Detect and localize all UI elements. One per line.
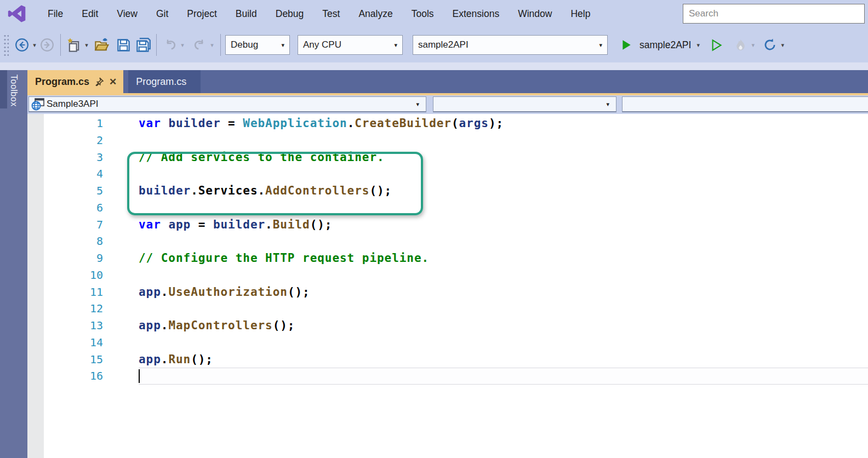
toolbar-separator: [220, 34, 221, 56]
code-text: app.UseAuthorization();: [139, 284, 868, 301]
navigate-forward-button[interactable]: [38, 35, 56, 55]
toolbox-tab-marker: [0, 70, 7, 108]
type-dropdown[interactable]: ▾: [433, 96, 616, 112]
line-number: 14: [44, 334, 103, 351]
code-line-7[interactable]: 7var app = builder.Build();: [0, 216, 868, 233]
code-line-11[interactable]: 11app.UseAuthorization();: [0, 284, 868, 301]
search-input[interactable]: [683, 4, 864, 23]
undo-dropdown-caret[interactable]: ▾: [179, 42, 186, 49]
menu-item-project[interactable]: Project: [178, 4, 226, 24]
redo-dropdown-caret[interactable]: ▾: [208, 42, 216, 49]
code-line-8[interactable]: 8: [0, 233, 868, 250]
menu-item-tools[interactable]: Tools: [402, 4, 443, 24]
web-project-globe-icon: [31, 98, 45, 111]
solution-configuration-value: Debug: [231, 39, 258, 50]
toolbar-separator: [156, 34, 157, 56]
code-text: var app = builder.Build();: [139, 216, 868, 233]
tab-title: Program.cs: [136, 76, 186, 88]
tab-program-cs-inactive[interactable]: Program.cs: [128, 70, 201, 93]
menu-item-file[interactable]: File: [38, 4, 72, 24]
menu-item-build[interactable]: Build: [226, 4, 266, 24]
code-line-2[interactable]: 2: [0, 132, 868, 149]
navigate-back-button[interactable]: [13, 35, 31, 55]
menu-item-git[interactable]: Git: [147, 4, 178, 24]
line-number: 15: [44, 351, 103, 368]
standard-toolbar: ▾ ▾: [0, 27, 868, 62]
startup-project-dropdown[interactable]: sample2API ▾: [413, 35, 608, 55]
menu-item-extensions[interactable]: Extensions: [443, 4, 509, 24]
save-button[interactable]: [115, 35, 132, 55]
menu-item-edit[interactable]: Edit: [72, 4, 107, 24]
code-annotation-box: [127, 152, 423, 215]
new-item-button[interactable]: [65, 35, 83, 55]
tab-title: Program.cs: [35, 76, 89, 88]
navigate-back-dropdown-caret[interactable]: ▾: [31, 42, 38, 49]
search-box[interactable]: [683, 4, 865, 24]
menu-item-analyze[interactable]: Analyze: [349, 4, 402, 24]
start-debugging-label[interactable]: sample2API: [639, 39, 691, 51]
project-dropdown[interactable]: Sample3API ▾: [28, 96, 426, 112]
line-number: 11: [44, 284, 103, 301]
restart-button[interactable]: [761, 35, 779, 55]
code-line-14[interactable]: 14: [0, 334, 868, 351]
toolbar-gap-strip: [0, 62, 868, 70]
new-item-dropdown-caret[interactable]: ▾: [83, 42, 90, 49]
start-without-debugging-button[interactable]: [707, 35, 725, 55]
navigate-back-icon: [15, 38, 29, 52]
line-number: 8: [44, 233, 103, 250]
navigate-forward-icon: [40, 38, 54, 52]
menu-item-window[interactable]: Window: [509, 4, 561, 24]
toolbox-tab[interactable]: Toolbox: [9, 75, 19, 107]
member-dropdown[interactable]: [622, 96, 868, 112]
editor-navigation-bar: Sample3API ▾ ▾: [27, 95, 868, 114]
document-tab-bar: Program.cs ✕ Program.cs: [27, 70, 868, 93]
line-number: 9: [44, 250, 103, 267]
menu-list: FileEditViewGitProjectBuildDebugTestAnal…: [38, 4, 599, 24]
project-dropdown-value: Sample3API: [47, 99, 99, 110]
new-item-icon: [66, 37, 82, 53]
line-number: 1: [44, 115, 103, 132]
undo-icon: [163, 38, 178, 53]
start-without-debugging-play-icon: [710, 39, 723, 51]
hot-reload-flame-icon: [734, 38, 747, 52]
code-line-12[interactable]: 12: [0, 300, 868, 317]
code-text: app.Run();: [139, 351, 868, 368]
start-debugging-dropdown-caret[interactable]: ▾: [694, 42, 702, 49]
toolbar-separator: [60, 34, 61, 56]
solution-platform-dropdown[interactable]: Any CPU ▾: [298, 35, 403, 55]
pin-icon[interactable]: [95, 77, 104, 86]
save-icon: [116, 38, 131, 53]
chevron-down-icon: ▾: [394, 42, 397, 49]
start-debugging-button[interactable]: [618, 35, 635, 55]
code-line-13[interactable]: 13app.MapControllers();: [0, 317, 868, 334]
menu-item-debug[interactable]: Debug: [266, 4, 313, 24]
chevron-down-icon: ▾: [416, 101, 419, 108]
tab-program-cs-active[interactable]: Program.cs ✕: [27, 70, 123, 93]
solution-configuration-dropdown[interactable]: Debug ▾: [225, 35, 290, 55]
chevron-down-icon: ▾: [606, 101, 609, 108]
code-line-9[interactable]: 9// Configure the HTTP request pipeline.: [0, 250, 868, 267]
code-text: app.MapControllers();: [139, 317, 868, 334]
toolbar-grip-handle[interactable]: [3, 34, 9, 56]
restart-dropdown-caret[interactable]: ▾: [779, 42, 786, 49]
hot-reload-dropdown-caret[interactable]: ▾: [749, 42, 757, 49]
code-line-15[interactable]: 15app.Run();: [0, 351, 868, 368]
open-file-button[interactable]: [94, 35, 111, 55]
code-editor[interactable]: 1var builder = WebApplication.CreateBuil…: [0, 114, 868, 458]
chevron-down-icon: ▾: [599, 42, 602, 49]
start-debugging-play-icon: [620, 39, 632, 51]
hot-reload-button[interactable]: [732, 35, 749, 55]
code-line-16[interactable]: 16: [0, 368, 868, 385]
left-tool-window-strip: Toolbox: [0, 70, 27, 458]
menu-item-help[interactable]: Help: [561, 4, 599, 24]
redo-button[interactable]: [191, 35, 208, 55]
line-number: 4: [44, 165, 103, 182]
close-icon[interactable]: ✕: [109, 77, 117, 87]
save-all-button[interactable]: [134, 35, 152, 55]
current-line-highlight: [139, 368, 868, 385]
undo-button[interactable]: [161, 35, 179, 55]
menu-item-view[interactable]: View: [107, 4, 147, 24]
code-line-10[interactable]: 10: [0, 267, 868, 284]
menu-item-test[interactable]: Test: [313, 4, 349, 24]
code-line-1[interactable]: 1var builder = WebApplication.CreateBuil…: [0, 115, 868, 132]
